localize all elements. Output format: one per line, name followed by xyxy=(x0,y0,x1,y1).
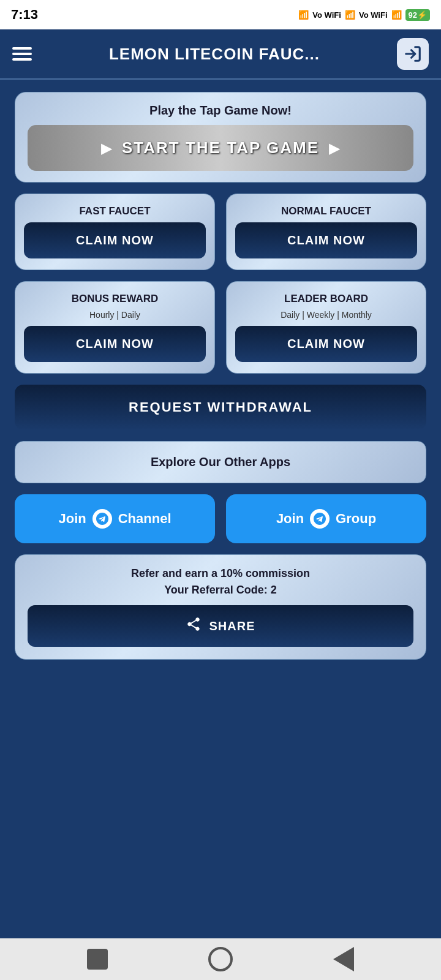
join-group-label: Join xyxy=(276,511,304,527)
normal-faucet-title: NORMAL FAUCET xyxy=(235,205,417,217)
referral-code: Your Referral Code: 2 xyxy=(28,584,413,597)
normal-faucet-claim-button[interactable]: CLAIM NOW xyxy=(235,222,417,258)
fast-faucet-card: FAST FAUCET CLAIM NOW xyxy=(15,194,215,270)
main-content: Play the Tap Game Now! ▶ START THE TAP G… xyxy=(0,80,441,938)
fast-faucet-title: FAST FAUCET xyxy=(24,205,206,217)
fast-faucet-claim-button[interactable]: CLAIM NOW xyxy=(24,222,206,258)
leader-board-subtitle: Daily | Weekly | Monthly xyxy=(235,310,417,320)
bonus-leader-row: BONUS REWARD Hourly | Daily CLAIM NOW LE… xyxy=(15,281,426,374)
hamburger-line-3 xyxy=(12,58,32,61)
signal-icon-2: 📶 xyxy=(345,10,355,20)
bottom-nav-bar xyxy=(0,938,441,980)
bonus-reward-subtitle: Hourly | Daily xyxy=(24,310,206,320)
leader-board-claim-button[interactable]: CLAIM NOW xyxy=(235,326,417,362)
login-icon xyxy=(404,45,422,63)
hamburger-menu[interactable] xyxy=(12,47,32,61)
bonus-reward-card: BONUS REWARD Hourly | Daily CLAIM NOW xyxy=(15,281,215,374)
leader-board-card: LEADER BOARD Daily | Weekly | Monthly CL… xyxy=(226,281,426,374)
join-channel-label: Join xyxy=(58,511,86,527)
nav-square-button[interactable] xyxy=(87,949,108,970)
telegram-group-icon xyxy=(310,509,330,529)
status-icons: 📶 Vo WiFi 📶 Vo WiFi 📶 92⚡ xyxy=(298,9,430,21)
request-withdrawal-button[interactable]: REQUEST WITHDRAWAL xyxy=(15,385,426,430)
status-bar: 7:13 📶 Vo WiFi 📶 Vo WiFi 📶 92⚡ xyxy=(0,0,441,29)
tap-game-card: Play the Tap Game Now! ▶ START THE TAP G… xyxy=(15,92,426,183)
nav-back-button[interactable] xyxy=(333,947,354,971)
header-title: LEMON LITECOIN FAUC... xyxy=(32,45,397,64)
bonus-reward-title: BONUS REWARD xyxy=(24,293,206,305)
play-icon-left: ▶ xyxy=(101,140,112,157)
join-channel-suffix: Channel xyxy=(118,511,172,527)
play-icon-right: ▶ xyxy=(329,140,340,157)
faucet-row: FAST FAUCET CLAIM NOW NORMAL FAUCET CLAI… xyxy=(15,194,426,270)
login-button[interactable] xyxy=(397,38,429,70)
vo-wifi-label-2: Vo WiFi xyxy=(359,10,388,20)
wifi-icon: 📶 xyxy=(391,10,402,20)
bonus-reward-claim-button[interactable]: CLAIM NOW xyxy=(24,326,206,362)
join-group-button[interactable]: Join Group xyxy=(226,494,426,543)
vo-wifi-label-1: Vo WiFi xyxy=(312,10,341,20)
battery-indicator: 92⚡ xyxy=(405,9,430,21)
share-icon xyxy=(186,616,202,636)
join-channel-button[interactable]: Join Channel xyxy=(15,494,215,543)
join-group-suffix: Group xyxy=(336,511,376,527)
tap-game-btn-text: START THE TAP GAME xyxy=(122,138,319,157)
hamburger-line-1 xyxy=(12,47,32,50)
telegram-channel-icon xyxy=(92,509,112,529)
telegram-buttons-row: Join Channel Join Group xyxy=(15,494,426,543)
share-button[interactable]: SHARE xyxy=(28,605,413,647)
leader-board-title: LEADER BOARD xyxy=(235,293,417,305)
share-label: SHARE xyxy=(209,619,255,633)
normal-faucet-card: NORMAL FAUCET CLAIM NOW xyxy=(226,194,426,270)
hamburger-line-2 xyxy=(12,53,32,55)
app-header: LEMON LITECOIN FAUC... xyxy=(0,29,441,80)
signal-icon-1: 📶 xyxy=(298,10,309,20)
tap-game-label: Play the Tap Game Now! xyxy=(28,104,413,118)
start-tap-game-button[interactable]: ▶ START THE TAP GAME ▶ xyxy=(28,125,413,171)
nav-home-button[interactable] xyxy=(208,947,233,971)
referral-card: Refer and earn a 10% commission Your Ref… xyxy=(15,554,426,660)
status-time: 7:13 xyxy=(11,7,38,23)
referral-text: Refer and earn a 10% commission xyxy=(28,567,413,580)
explore-apps-button[interactable]: Explore Our Other Apps xyxy=(15,441,426,483)
